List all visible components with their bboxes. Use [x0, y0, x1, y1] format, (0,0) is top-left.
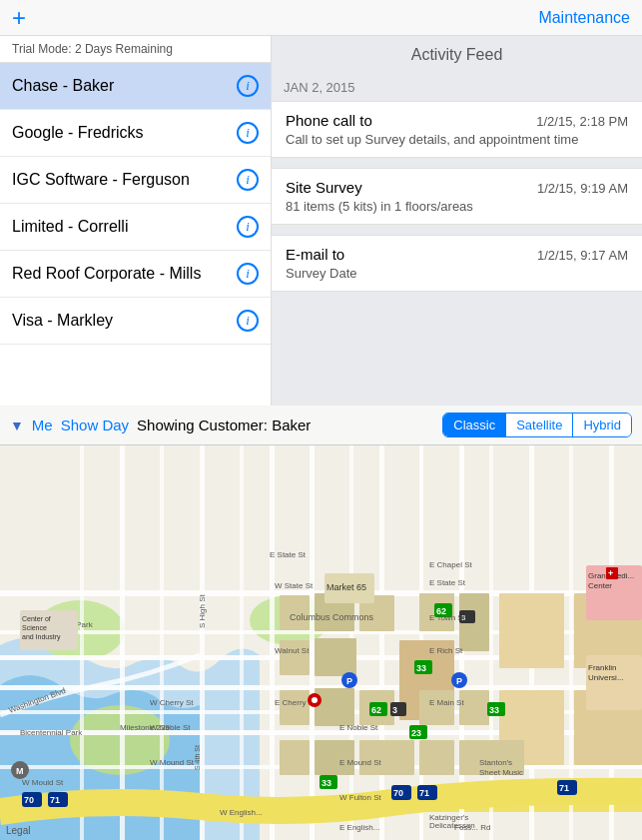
svg-text:W Mould St: W Mould St	[22, 778, 64, 787]
svg-text:E Noble St: E Noble St	[339, 723, 378, 732]
svg-text:Columbus Commons: Columbus Commons	[290, 612, 374, 622]
sidebar-item-label: Chase - Baker	[12, 77, 114, 95]
svg-text:Center: Center	[588, 581, 612, 590]
svg-text:Milestone 229: Milestone 229	[120, 723, 170, 732]
activity-entry-0-time: 1/2/15, 2:18 PM	[536, 114, 628, 129]
sidebar-item-google-fredricks[interactable]: Google - Fredricks i	[0, 110, 271, 157]
sidebar: Trial Mode: 2 Days Remaining Chase - Bak…	[0, 36, 272, 406]
svg-text:Franklin: Franklin	[588, 663, 616, 672]
activity-entry-2-title: E-mail to	[286, 246, 344, 263]
sidebar-item-limited-correlli[interactable]: Limited - Correlli i	[0, 204, 271, 251]
svg-text:Market 65: Market 65	[326, 582, 366, 592]
svg-text:Stanton's: Stanton's	[479, 758, 512, 767]
activity-entry-0-title: Phone call to	[286, 112, 372, 129]
info-icon-chase-baker[interactable]: i	[237, 75, 259, 97]
map-toolbar: ▼ Me Show Day Showing Customer: Baker Cl…	[0, 406, 642, 445]
activity-entry-1-title: Site Survey	[286, 179, 362, 196]
svg-text:71: 71	[50, 795, 60, 805]
map-toolbar-left: ▼ Me Show Day Showing Customer: Baker	[10, 417, 442, 433]
trial-mode-text: Trial Mode: 2 Days Remaining	[0, 36, 271, 63]
svg-rect-24	[160, 445, 164, 840]
svg-rect-32	[280, 690, 310, 725]
svg-rect-47	[419, 740, 454, 775]
svg-rect-13	[240, 445, 244, 840]
svg-text:E Mound St: E Mound St	[339, 758, 382, 767]
svg-text:71: 71	[419, 788, 429, 798]
sidebar-item-igc-software[interactable]: IGC Software - Ferguson i	[0, 157, 271, 204]
svg-text:S 4th St: S 4th St	[194, 745, 201, 770]
svg-text:P: P	[456, 676, 462, 686]
svg-text:W State St: W State St	[275, 581, 314, 590]
svg-text:E Rich St: E Rich St	[429, 646, 463, 655]
svg-rect-39	[459, 690, 489, 725]
svg-text:33: 33	[489, 705, 499, 715]
svg-text:70: 70	[24, 795, 34, 805]
svg-text:W Mound St: W Mound St	[150, 758, 195, 767]
activity-entry-0: Phone call to 1/2/15, 2:18 PM Call to se…	[272, 101, 642, 158]
svg-rect-31	[315, 638, 356, 676]
info-icon-limited-correlli[interactable]: i	[237, 216, 259, 238]
activity-entry-2-time: 1/2/15, 9:17 AM	[537, 248, 628, 263]
map-legal-text: Legal	[6, 825, 30, 836]
top-bar: + Maintenance	[0, 0, 642, 36]
svg-text:Bicentennial Park: Bicentennial Park	[20, 728, 83, 737]
info-icon-red-roof[interactable]: i	[237, 263, 259, 285]
activity-entry-1: Site Survey 1/2/15, 9:19 AM 81 items (5 …	[272, 168, 642, 225]
svg-text:and Industry: and Industry	[22, 633, 61, 641]
activity-entry-0-desc: Call to set up Survey details, and appoi…	[286, 132, 628, 147]
sidebar-item-visa-markley[interactable]: Visa - Markley i	[0, 298, 271, 345]
svg-rect-14	[270, 445, 275, 840]
svg-text:W Cherry St: W Cherry St	[150, 698, 194, 707]
sidebar-item-label: Google - Fredricks	[12, 124, 144, 142]
map-show-day-button[interactable]: Show Day	[61, 417, 129, 433]
svg-text:71: 71	[559, 783, 569, 793]
sidebar-item-label: Limited - Correlli	[12, 218, 128, 236]
map-type-selector: Classic Satellite Hybrid	[442, 413, 632, 437]
sidebar-item-label: Red Roof Corporate - Mills	[12, 265, 201, 283]
svg-text:M: M	[16, 766, 24, 776]
sidebar-item-label: IGC Software - Ferguson	[12, 171, 190, 189]
sidebar-item-chase-baker[interactable]: Chase - Baker i	[0, 63, 271, 110]
svg-text:Universi...: Universi...	[588, 673, 624, 682]
svg-text:Walnut St: Walnut St	[275, 646, 310, 655]
map-customer-label: Showing Customer: Baker	[137, 417, 311, 433]
svg-text:W English...: W English...	[220, 808, 263, 817]
map-me-button[interactable]: Me	[32, 417, 53, 433]
svg-rect-33	[315, 688, 354, 726]
svg-rect-26	[80, 445, 84, 840]
sidebar-item-red-roof[interactable]: Red Roof Corporate - Mills i	[0, 251, 271, 298]
info-icon-igc-software[interactable]: i	[237, 169, 259, 191]
activity-entry-1-time: 1/2/15, 9:19 AM	[537, 181, 628, 196]
main-area: Trial Mode: 2 Days Remaining Chase - Bak…	[0, 36, 642, 406]
svg-text:Center of: Center of	[22, 615, 51, 622]
sidebar-item-label: Visa - Markley	[12, 312, 113, 330]
maintenance-button[interactable]: Maintenance	[538, 9, 630, 27]
svg-text:33: 33	[416, 663, 426, 673]
svg-text:P: P	[346, 676, 352, 686]
svg-text:33: 33	[321, 778, 331, 788]
svg-rect-25	[120, 445, 125, 840]
info-icon-google-fredricks[interactable]: i	[237, 122, 259, 144]
svg-text:E Town St: E Town St	[429, 613, 466, 622]
map-section: ▼ Me Show Day Showing Customer: Baker Cl…	[0, 406, 642, 840]
activity-entry-1-desc: 81 items (5 kits) in 1 floors/areas	[286, 199, 628, 214]
activity-feed-title: Activity Feed	[272, 36, 642, 74]
svg-text:23: 23	[411, 728, 421, 738]
map-type-classic[interactable]: Classic	[443, 414, 506, 436]
map-type-hybrid[interactable]: Hybrid	[573, 414, 631, 436]
svg-rect-15	[310, 445, 315, 840]
add-button[interactable]: +	[12, 4, 26, 32]
svg-rect-40	[499, 593, 564, 668]
svg-text:S High St: S High St	[198, 593, 207, 628]
svg-text:E State St: E State St	[429, 578, 466, 587]
svg-text:62: 62	[371, 705, 381, 715]
svg-text:Science: Science	[22, 624, 47, 631]
svg-rect-38	[419, 690, 454, 725]
svg-rect-17	[379, 445, 384, 840]
info-icon-visa-markley[interactable]: i	[237, 310, 259, 332]
map-type-satellite[interactable]: Satellite	[506, 414, 573, 436]
activity-entry-2: E-mail to 1/2/15, 9:17 AM Survey Date	[272, 235, 642, 292]
svg-text:E Chapel St: E Chapel St	[429, 560, 472, 569]
svg-text:3: 3	[392, 705, 397, 715]
activity-feed: Activity Feed JAN 2, 2015 Phone call to …	[272, 36, 642, 406]
